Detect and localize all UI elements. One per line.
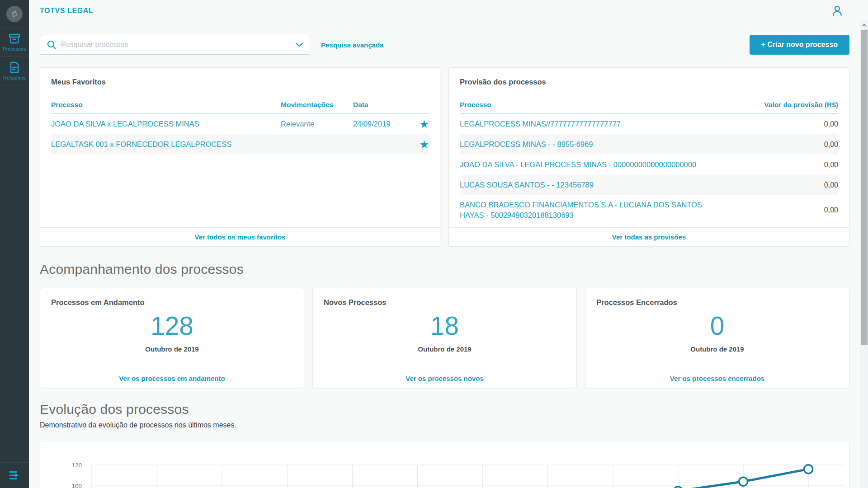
column-header-processo: Processo xyxy=(51,101,281,109)
provisions-table-body: LEGALPROCESS MINAS//77777777777777777 0,… xyxy=(449,114,849,225)
scroll-up-arrow-icon xyxy=(862,24,866,27)
metric-value: 128 xyxy=(40,313,304,339)
view-new-processes-link[interactable]: Ver os processos novos xyxy=(406,375,484,382)
favorites-card: Meus Favoritos Processo Movimentações Da… xyxy=(40,67,440,247)
data-point-marker[interactable] xyxy=(804,465,813,474)
provision-value: 0,00 xyxy=(757,206,838,214)
column-header-movimentacoes: Movimentações xyxy=(281,101,353,109)
archive-box-icon xyxy=(9,33,20,44)
provisions-card: Provisão dos processos Processo Valor da… xyxy=(448,67,849,247)
process-link[interactable]: LEGALTASK 001 x FORNECEDOR LEGALPROCESS xyxy=(51,140,281,149)
evolution-subtitle: Demonstrativo da evolução de processos n… xyxy=(40,421,849,429)
vertical-scrollbar[interactable] xyxy=(860,20,868,488)
user-profile-icon[interactable] xyxy=(831,5,843,17)
evolution-chart-card: 120100 xyxy=(40,441,849,488)
table-row: LEGALPROCESS MINAS - - 8955-6969 0,00 xyxy=(460,134,838,155)
create-process-button[interactable]: + Criar novo processo xyxy=(750,35,849,55)
totvs-legal-dashboard: Processos Relatórios TOTVS LEGAL xyxy=(0,0,868,488)
metric-title: Processos Encerrados xyxy=(585,288,849,307)
metric-value: 18 xyxy=(313,313,576,339)
sidebar-item-processos[interactable]: Processos xyxy=(0,28,29,57)
metric-footer: Ver os processos novos xyxy=(313,369,576,388)
search-icon xyxy=(47,40,57,50)
sidebar-item-label: Processos xyxy=(3,46,26,52)
metric-card-andamento: Processos em Andamento 128 Outubro de 20… xyxy=(40,288,304,388)
tracking-heading: Acompanhamento dos processos xyxy=(40,262,849,277)
advanced-search-link[interactable]: Pesquisa avançada xyxy=(321,41,383,49)
table-row: LEGALTASK 001 x FORNECEDOR LEGALPROCESS … xyxy=(51,134,429,155)
provision-value: 0,00 xyxy=(757,161,838,169)
table-row: JOAO DA SILVA - LEGALPROCESS MINAS - 000… xyxy=(460,155,838,175)
y-axis-tick-label: 120 xyxy=(71,462,82,469)
metric-period: Outubro de 2019 xyxy=(585,345,849,353)
favorites-table-body: JOAO DA SILVA x LEGALPROCESS MINAS Relev… xyxy=(40,114,440,155)
table-row: LEGALPROCESS MINAS//77777777777777777 0,… xyxy=(460,114,838,134)
metric-footer: Ver os processos em andamento xyxy=(40,369,304,388)
column-header-valor: Valor da provisão (R$) xyxy=(764,101,838,109)
page-title: TOTVS LEGAL xyxy=(40,7,93,15)
process-link[interactable]: LEGALPROCESS MINAS - - 8955-6969 xyxy=(460,135,713,154)
metric-period: Outubro de 2019 xyxy=(40,345,304,353)
metric-cards-row: Processos em Andamento 128 Outubro de 20… xyxy=(40,288,849,388)
table-row: JOAO DA SILVA x LEGALPROCESS MINAS Relev… xyxy=(51,114,429,134)
process-link[interactable]: LUCAS SOUSA SANTOS - - 123456789 xyxy=(460,175,713,195)
metric-card-novos: Novos Processos 18 Outubro de 2019 Ver o… xyxy=(312,288,577,388)
evolution-heading: Evolução dos processos xyxy=(40,402,849,417)
data-point-marker[interactable] xyxy=(739,477,748,486)
sidebar-spacer xyxy=(0,85,29,462)
view-ongoing-processes-link[interactable]: Ver os processos em andamento xyxy=(119,375,225,382)
favorites-footer: Ver todos os meus favoritos xyxy=(40,227,440,246)
provisions-title: Provisão dos processos xyxy=(460,78,838,86)
sidebar-item-relatorios[interactable]: Relatórios xyxy=(0,57,29,85)
table-row: BANCO BRADESCO FINANCIAMENTOS S.A - LUCI… xyxy=(460,195,838,225)
favorite-star-icon[interactable]: ★ xyxy=(419,138,429,150)
search-box xyxy=(40,35,310,55)
toolbar: Pesquisa avançada + Criar novo processo xyxy=(40,35,849,55)
metric-title: Processos em Andamento xyxy=(40,288,304,307)
scrollbar-up-button[interactable] xyxy=(860,20,868,30)
totvs-logo-icon xyxy=(6,5,23,23)
metric-title: Novos Processos xyxy=(313,288,576,307)
process-link[interactable]: JOAO DA SILVA x LEGALPROCESS MINAS xyxy=(51,120,281,128)
sidebar-item-label: Relatórios xyxy=(3,75,25,80)
metric-value: 0 xyxy=(585,313,849,339)
expand-menu-arrow-icon xyxy=(9,470,20,480)
top-header: TOTVS LEGAL xyxy=(40,0,849,22)
main-content: TOTVS LEGAL Pesquisa avançada + Criar no… xyxy=(29,0,860,488)
metric-footer: Ver os processos encerrados xyxy=(585,369,849,388)
metric-period: Outubro de 2019 xyxy=(313,345,576,353)
view-all-favorites-link[interactable]: Ver todos os meus favoritos xyxy=(195,233,286,241)
metric-card-encerrados: Processos Encerrados 0 Outubro de 2019 V… xyxy=(585,288,849,388)
view-closed-processes-link[interactable]: Ver os processos encerrados xyxy=(670,375,764,382)
evolution-line-chart: 120100 xyxy=(40,441,849,488)
provision-value: 0,00 xyxy=(757,120,838,128)
provisions-table-header: Processo Valor da provisão (R$) xyxy=(460,95,838,114)
column-header-processo: Processo xyxy=(460,101,764,109)
favorite-star-icon[interactable]: ★ xyxy=(419,118,429,130)
date-cell: 24/09/2019 xyxy=(353,120,407,128)
report-document-icon xyxy=(9,61,19,73)
favorites-table-header: Processo Movimentações Data xyxy=(51,95,429,114)
view-all-provisions-link[interactable]: Ver todas as provisões xyxy=(612,233,686,241)
sidebar: Processos Relatórios xyxy=(0,0,29,488)
expand-menu-button[interactable] xyxy=(0,462,29,488)
chevron-down-icon[interactable] xyxy=(295,42,303,47)
table-row: LUCAS SOUSA SANTOS - - 123456789 0,00 xyxy=(460,175,838,195)
totvs-logo[interactable] xyxy=(0,0,29,28)
summary-cards-row: Meus Favoritos Processo Movimentações Da… xyxy=(40,67,849,247)
favorites-title: Meus Favoritos xyxy=(51,78,429,86)
provisions-footer: Ver todas as provisões xyxy=(449,227,849,246)
y-axis-tick-label: 100 xyxy=(71,483,82,488)
provision-value: 0,00 xyxy=(757,141,838,149)
process-link[interactable]: LEGALPROCESS MINAS//77777777777777777 xyxy=(460,114,713,134)
search-input[interactable] xyxy=(61,41,295,49)
process-link[interactable]: JOAO DA SILVA - LEGALPROCESS MINAS - 000… xyxy=(460,155,713,174)
column-header-data: Data xyxy=(353,101,407,109)
process-link[interactable]: BANCO BRADESCO FINANCIAMENTOS S.A - LUCI… xyxy=(460,195,713,225)
provision-value: 0,00 xyxy=(757,181,838,189)
scrollbar-thumb[interactable] xyxy=(861,30,868,345)
movement-cell: Relevante xyxy=(281,120,353,128)
